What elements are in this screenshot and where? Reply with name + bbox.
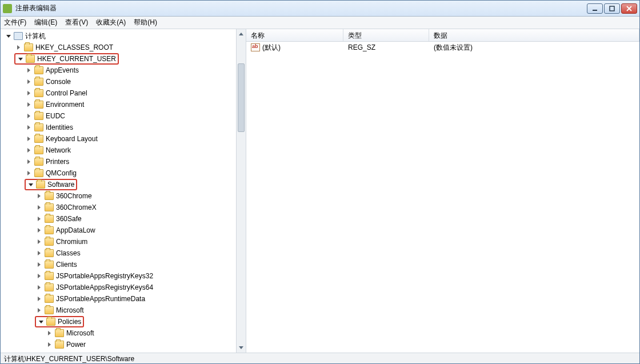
tree-label: AppEvents [46,66,79,74]
regedit-icon [3,4,12,13]
tree-label: Policies [58,318,81,326]
maximize-button[interactable] [604,3,620,14]
expander-icon[interactable] [26,147,32,154]
expander-icon[interactable] [36,205,42,211]
minimize-button[interactable] [587,3,603,14]
scroll-down-icon[interactable] [237,343,246,353]
tree-software-child[interactable]: 360Safe [2,213,246,225]
expander-icon[interactable] [46,330,53,337]
computer-icon [14,32,23,40]
tree-software-child[interactable]: JSPortableAppsRegistryKeys32 [2,270,246,282]
expander-icon[interactable] [26,67,32,74]
tree-label: Classes [56,249,81,257]
tree-hkcu-child[interactable]: Environment [2,99,246,110]
folder-icon [45,203,54,211]
folder-icon [46,318,55,326]
expander-icon[interactable] [36,193,42,199]
tree-hkcu-child[interactable]: AppEvents [2,65,246,76]
menu-favorites[interactable]: 收藏夹(A) [96,18,126,27]
tree-scrollbar[interactable] [236,29,246,353]
tree-label: Printers [46,158,69,166]
expander-icon[interactable] [26,136,32,142]
tree-label: Network [46,146,71,154]
tree-hkcu-child[interactable]: Console [2,76,246,87]
tree-label: Software [47,181,74,189]
expander-icon[interactable] [15,45,22,51]
tree-hkcu[interactable]: HKEY_CURRENT_USER [2,53,246,65]
folder-icon [55,329,64,337]
folder-icon [45,283,54,291]
expander-icon[interactable] [38,319,44,325]
menu-help[interactable]: 帮助(H) [134,18,157,27]
tree-software-child[interactable]: Microsoft [2,305,246,316]
expander-icon[interactable] [36,262,42,268]
tree-software-child[interactable]: 360Chrome [2,190,246,202]
tree-hkcu-child[interactable]: Network [2,145,246,156]
tree-software-child[interactable]: AppDataLow [2,225,246,236]
expander-icon[interactable] [26,102,32,108]
expander-icon[interactable] [36,239,42,245]
string-value-icon [251,43,260,51]
tree-hkcu-child[interactable]: Printers [2,156,246,167]
folder-icon [34,169,43,177]
expander-icon[interactable] [46,342,53,348]
tree-hkcu-child[interactable]: Keyboard Layout [2,133,246,145]
tree-software-child[interactable]: JSPortableAppsRuntimeData [2,293,246,305]
col-header-type[interactable]: 类型 [343,29,429,41]
tree-policies-child[interactable]: Power [2,339,246,350]
expander-icon[interactable] [36,285,42,291]
expander-icon[interactable] [26,113,32,119]
folder-icon [24,43,33,51]
folder-icon [45,192,54,200]
expander-icon[interactable] [26,125,32,131]
tree-hkcr[interactable]: HKEY_CLASSES_ROOT [2,42,246,53]
expander-icon[interactable] [26,170,32,177]
menu-edit[interactable]: 编辑(E) [34,18,57,27]
list-row[interactable]: (默认)REG_SZ(数值未设置) [246,42,639,53]
scroll-thumb[interactable] [238,63,245,132]
tree-software[interactable]: Software [2,179,246,190]
expander-icon[interactable] [36,296,42,302]
tree-hkcu-child[interactable]: Control Panel [2,87,246,99]
expander-icon[interactable] [26,90,32,97]
tree-hkcu-child[interactable]: EUDC [2,110,246,122]
scroll-up-icon[interactable] [237,29,246,39]
tree-software-child[interactable]: JSPortableAppsRegistryKeys64 [2,282,246,293]
folder-icon [45,226,54,234]
expander-icon[interactable] [17,56,23,62]
tree-software-child[interactable]: Clients [2,259,246,270]
expander-icon[interactable] [27,182,34,188]
expander-icon[interactable] [36,216,42,222]
tree-label: Keyboard Layout [46,135,98,143]
status-path: 计算机\HKEY_CURRENT_USER\Software [4,354,134,364]
col-header-data[interactable]: 数据 [429,29,639,41]
expander-icon[interactable] [26,159,32,165]
tree-policies-child[interactable]: Microsoft [2,327,246,339]
tree-hkcu-child[interactable]: QMConfig [2,167,246,179]
folder-icon [34,135,43,143]
tree-label: AppDataLow [56,226,95,234]
expander-icon[interactable] [36,307,42,314]
menu-view[interactable]: 查看(V) [65,18,88,27]
folder-icon [26,55,35,63]
folder-icon [36,181,45,189]
expander-icon[interactable] [36,273,42,279]
close-button[interactable] [621,3,637,14]
expander-icon[interactable] [36,250,42,257]
menu-file[interactable]: 文件(F) [4,18,26,27]
expander-icon[interactable] [26,79,32,85]
tree-software-child[interactable]: 360ChromeX [2,202,246,213]
folder-icon [45,295,54,303]
expander-icon[interactable] [36,227,42,234]
tree-software-child[interactable]: Classes [2,247,246,259]
tree-software-child[interactable]: Chromium [2,236,246,247]
tree-root[interactable]: 计算机 [2,30,246,42]
folder-icon [45,272,54,280]
tree-label: JSPortableAppsRuntimeData [56,295,145,303]
tree-hkcu-child[interactable]: Identities [2,122,246,133]
tree-policies[interactable]: Policies [2,316,246,327]
col-header-name[interactable]: 名称 [246,29,343,41]
cell-data: (数值未设置) [429,43,639,53]
tree-label: Power [66,341,86,349]
expander-icon[interactable] [5,33,11,39]
